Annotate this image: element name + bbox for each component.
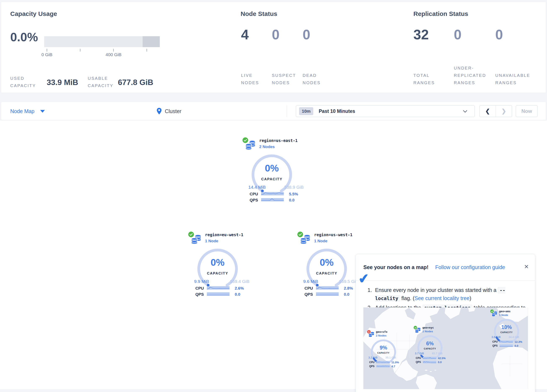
cpu-sparkline [261,192,284,195]
node-used-capacity: 3.2 GiB [368,356,377,359]
inline-link[interactable]: See current locality tree [414,295,470,301]
qps-value: 0.0 [289,198,294,202]
time-range-badge: 10m [299,107,313,115]
time-next-button[interactable]: ❯ [496,106,512,117]
qps-value: 0.0 [514,344,518,347]
node-total-capacity: 35.1 GiB [385,356,396,359]
hint-step-1: 1. Ensure every node in your cluster was… [368,286,527,302]
cpu-label: CPU [305,286,313,291]
view-selector-label: Node Map [10,108,34,114]
cpu-value: 5.5% [289,192,298,196]
map-node-geo-nyc: geo=nyc 2 Nodes 6% CAPACITY 3.7 GiB 65.7… [414,326,445,364]
used-capacity-label: USED CAPACITY [10,75,37,89]
region-nodes-link[interactable]: 1 Node [205,239,218,243]
healthy-check-icon [242,137,248,143]
time-prev-button[interactable]: ❮ [479,106,496,117]
cluster-summary-panel: Capacity Usage 0.0% 0 GiB 400 GiB USED C… [1,2,546,93]
capacity-bar [44,36,160,47]
dead-nodes-label: DEAD NODES [303,72,326,87]
inline-text: flag. ( [400,295,414,301]
axis-tick-label: 0 GiB [41,52,53,57]
cpu-sparkline [376,361,390,364]
qps-value: 0.0 [235,292,240,297]
under-replicated-label: UNDER-REPLICATED RANGES [454,64,497,87]
cluster-overview-page: Capacity Usage 0.0% 0 GiB 400 GiB USED C… [0,0,547,392]
chevron-right-icon: ❯ [501,108,506,115]
capacity-word: CAPACITY [251,177,293,181]
cpu-metric-row: CPU 2.8% [297,286,360,291]
cpu-value: 42.5% [438,357,446,360]
cpu-label: CPU [250,192,258,196]
qps-metric-row: QPS 0.0 [242,198,305,202]
now-button[interactable]: Now [516,105,538,117]
node-total-capacity: 65.7 GiB [432,352,443,355]
suspect-nodes-count: 0 [272,27,280,42]
node-used-capacity: 3.7 GiB [415,352,424,355]
map-node-locality: geo=nyc [422,326,434,329]
healthy-check-icon [188,232,194,237]
map-node-geo-ams: geo=ams 1 Node 10% CAPACITY 3.6 GiB 34.4… [490,309,522,348]
capacity-percent-value: 0% [211,257,225,268]
suspect-nodes-label: SUSPECT NODES [272,72,298,87]
time-range-dropdown[interactable]: 10m Past 10 Minutes [296,105,475,117]
under-replicated-count: 0 [454,27,462,42]
qps-label: QPS [250,198,258,202]
warning-count-badge: 1 [367,330,371,334]
cpu-sparkline [207,286,230,290]
close-icon[interactable]: ✕ [524,263,529,270]
cpu-metric-row: CPU 5.5% [242,191,305,196]
capacity-word: CAPACITY [417,348,443,350]
qps-sparkline [316,292,339,296]
capacity-percent-value: 0% [320,257,334,268]
region-card-us-east-1[interactable]: region=us-east-1 2 Nodes 0% CAPACITY 14.… [242,137,305,204]
replication-status-title: Replication Status [413,10,468,17]
live-nodes-count: 4 [241,27,249,42]
view-toolbar: Node Map Cluster 10m Past 10 Minutes ❮ ❯… [1,102,546,120]
capacity-usage-title: Capacity Usage [10,10,57,17]
region-locality-label: region=us-west-1 [314,233,352,237]
region-nodes-link[interactable]: 1 Node [314,239,327,243]
step-number: 1. [368,286,375,302]
region-nodes-link[interactable]: 2 Nodes [259,144,275,149]
configuration-guide-link[interactable]: Follow our configuration guide [435,264,505,270]
cpu-value: 2.8% [344,286,353,291]
inline-text: Ensure every node in your cluster was st… [375,287,498,293]
breadcrumb[interactable]: Cluster [157,102,181,120]
region-card-us-west-1[interactable]: region=us-west-1 1 Node 0% CAPACITY 9.6 … [297,231,360,298]
time-range-label: Past 10 Minutes [319,109,355,114]
cpu-value: 2.6% [235,286,244,291]
region-card-eu-west-1[interactable]: region=eu-west-1 1 Node 0% CAPACITY 9.9 … [188,231,251,298]
qps-metric-row: QPS 4.7 [367,364,399,368]
inline-text: ) [470,295,471,301]
qps-label: QPS [416,361,421,364]
qps-metric-row: QPS 0.0 [490,344,522,347]
capacity-bar-segment [143,36,160,47]
unavailable-label: UNAVAILABLE RANGES [495,72,535,87]
axis-tick [47,49,47,52]
hint-title: See your nodes on a map! [363,264,429,270]
qps-value: 4.7 [391,365,395,368]
usable-capacity-value: 677.8 GiB [118,78,153,87]
region-used-capacity: 9.6 MiB [303,279,318,284]
qps-metric-row: QPS 0.0 [188,292,251,297]
qps-value: 0.0 [438,361,442,364]
live-nodes-label: LIVE NODES [241,72,264,87]
node-status-title: Node Status [241,10,277,17]
cpu-sparkline [499,340,513,343]
map-node-geo-sfo: 1 geo=sfo 2 Nodes 9% CAPACITY [367,330,399,368]
time-pager: ❮ ❯ [479,105,512,117]
toolbar-divider [287,105,287,117]
hint-header: See your nodes on a map! Follow our conf… [356,254,535,281]
qps-label: QPS [492,344,498,347]
example-node-map: 1 geo=sfo 2 Nodes 9% CAPACITY [363,307,528,389]
now-button-label: Now [521,108,532,114]
dead-nodes-count: 0 [303,27,310,42]
qps-sparkline [376,365,390,367]
axis-tick [113,49,114,52]
capacity-percent-value: 0% [265,163,279,174]
qps-value: 0.0 [344,292,349,297]
cpu-metric-row: CPU 42.5% [414,356,445,360]
cpu-sparkline [423,357,436,359]
view-selector-dropdown[interactable]: Node Map [10,102,45,120]
cpu-value: 12.3% [514,340,522,344]
